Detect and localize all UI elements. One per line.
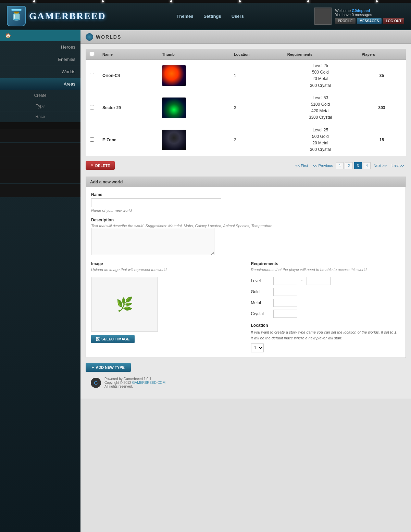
row-location: 1	[230, 60, 283, 92]
select-all-checkbox[interactable]	[90, 52, 94, 56]
row-players: 35	[358, 60, 406, 92]
row-checkbox[interactable]	[90, 105, 94, 109]
metal-input[interactable]	[273, 299, 297, 307]
message-notice: You have 0 messages	[335, 13, 404, 17]
select-image-button[interactable]: 🖼 SELECT IMAGE	[91, 335, 135, 343]
logout-button[interactable]: LOG OUT	[383, 18, 404, 24]
image-label: Image	[91, 261, 241, 266]
page-3[interactable]: 3	[354, 162, 362, 169]
two-col-section: Image Upload an image that will represen…	[91, 261, 400, 352]
sidebar-item-worlds[interactable]: Worlds	[0, 66, 80, 78]
row-checkbox[interactable]	[90, 73, 94, 77]
level-label: Level	[251, 278, 270, 283]
user-buttons: PROFILE MESSAGES LOG OUT	[335, 18, 404, 24]
footer-rights: All rights reserved.	[104, 385, 165, 388]
gold-group: Gold	[251, 288, 401, 296]
metal-group: Metal	[251, 299, 401, 307]
table-row: Orion-C4 1 Level 25 500 Gold 20 Metal 30…	[86, 60, 406, 92]
page-title: WORLDS	[96, 34, 121, 40]
worlds-icon	[86, 33, 93, 41]
sidebar-sub-create[interactable]: Create	[0, 90, 80, 101]
sidebar-blank-2	[0, 143, 80, 156]
row-thumb	[158, 124, 230, 156]
location-label: Location	[251, 323, 401, 328]
nav-themes[interactable]: Themes	[176, 14, 193, 19]
top-light-2	[102, 0, 104, 2]
world-thumb-ezone	[162, 130, 186, 150]
top-light-1	[33, 0, 35, 2]
level-input-2[interactable]	[307, 277, 331, 285]
name-input[interactable]	[91, 198, 221, 207]
req-hint: Requirements that the player will need t…	[251, 268, 401, 272]
top-light-4	[239, 0, 241, 2]
col-thumb: Thumb	[158, 49, 230, 60]
footer-powered: Powered by Gamerbreed 1.0.1	[104, 377, 165, 381]
location-select[interactable]: 1 2 3	[251, 343, 264, 352]
row-name: Sector 29	[98, 92, 158, 124]
row-location: 3	[230, 92, 283, 124]
messages-button[interactable]: MESSAGES	[357, 18, 382, 24]
sidebar-blank-5	[0, 184, 80, 197]
crystal-group: Crystal	[251, 310, 401, 318]
image-icon: 🖼	[96, 337, 100, 341]
nav-users[interactable]: Users	[232, 14, 244, 19]
page-2[interactable]: 2	[345, 162, 352, 169]
gold-input[interactable]	[273, 288, 297, 296]
table-row: Sector 29 3 Level 53 5100 Gold 420 Metal…	[86, 92, 406, 124]
requirements-col: Requirements Requirements that the playe…	[251, 261, 401, 352]
add-new-type-button[interactable]: + ADD NEW TYPE	[86, 363, 131, 372]
row-requirements: Level 25 500 Gold 20 Metal 300 Crystal	[283, 124, 358, 156]
metal-label: Metal	[251, 300, 270, 305]
world-thumb-sector	[162, 98, 186, 118]
tilde-icon: ~	[301, 278, 303, 283]
gold-label: Gold	[251, 289, 270, 294]
crystal-input[interactable]	[273, 310, 297, 318]
page-next[interactable]: Next >>	[372, 163, 389, 168]
page-4[interactable]: 4	[363, 162, 371, 169]
home-icon: 🏠	[5, 33, 11, 38]
profile-button[interactable]: PROFILE	[335, 18, 355, 24]
row-location: 2	[230, 124, 283, 156]
sidebar-blank-3	[0, 156, 80, 170]
col-players: Players	[358, 49, 406, 60]
add-world-form: Add a new world Name Name of your new wo…	[86, 177, 406, 358]
top-light-6	[376, 0, 378, 2]
top-light-5	[307, 0, 309, 2]
col-location: Location	[230, 49, 283, 60]
delete-button[interactable]: ✕ DELETE	[86, 161, 115, 170]
row-checkbox[interactable]	[90, 137, 94, 142]
page-1[interactable]: 1	[336, 162, 344, 169]
avatar	[314, 8, 332, 25]
page-last[interactable]: Last >>	[390, 163, 406, 168]
main-layout: 🏠 Heroes Enemies Worlds Areas Create Typ…	[0, 30, 411, 532]
sidebar-item-areas[interactable]: Areas	[0, 78, 80, 90]
name-hint: Name of your new world.	[91, 208, 400, 212]
sidebar-item-heroes[interactable]: Heroes	[0, 41, 80, 53]
delete-icon: ✕	[90, 163, 94, 168]
nav-settings[interactable]: Settings	[203, 14, 221, 19]
desc-textarea[interactable]	[91, 228, 214, 255]
sidebar-sub-type[interactable]: Type	[0, 101, 80, 112]
row-players: 15	[358, 124, 406, 156]
location-hint: If you want to create a story type game …	[251, 329, 401, 341]
row-name: Orion-C4	[98, 60, 158, 92]
top-light-3	[170, 0, 172, 2]
sidebar-home[interactable]: 🏠	[0, 30, 80, 41]
page-prev[interactable]: << Previous	[311, 163, 335, 168]
level-group: Level ~	[251, 277, 401, 285]
image-group: Image Upload an image that will represen…	[91, 261, 241, 272]
name-group: Name Name of your new world.	[91, 192, 400, 212]
sidebar-item-enemies[interactable]: Enemies	[0, 53, 80, 66]
worlds-table: Name Thumb Location Requirements Players…	[86, 49, 406, 156]
sidebar-sub-race[interactable]: Race	[0, 112, 80, 122]
footer-link[interactable]: GAMERBREED.COM	[132, 381, 165, 385]
row-thumb	[158, 92, 230, 124]
req-group: Requirements Requirements that the playe…	[251, 261, 401, 272]
welcome-prefix: Welcome	[335, 9, 352, 13]
level-input[interactable]	[273, 277, 297, 285]
row-checkbox-cell	[86, 124, 98, 156]
row-requirements: Level 25 500 Gold 20 Metal 300 Crystal	[283, 60, 358, 92]
image-col: Image Upload an image that will represen…	[91, 261, 241, 352]
form-body: Name Name of your new world. Description…	[86, 187, 406, 358]
page-first[interactable]: << First	[294, 163, 310, 168]
